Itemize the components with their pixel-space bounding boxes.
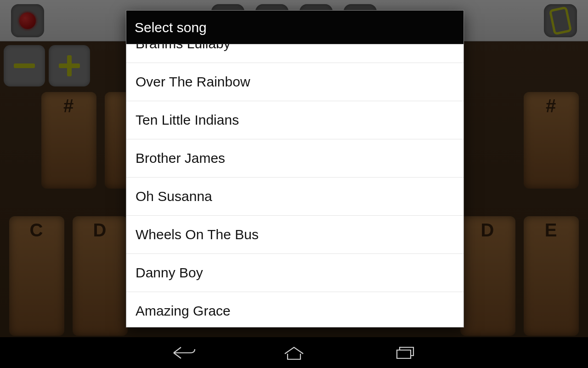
android-nav-bar	[0, 337, 588, 368]
song-item[interactable]: Ten Little Indians	[126, 101, 464, 139]
nav-back-button[interactable]	[170, 345, 198, 361]
song-item[interactable]: Over The Rainbow	[126, 63, 464, 101]
song-item[interactable]: Brahms Lullaby	[126, 44, 464, 63]
song-item[interactable]: Danny Boy	[126, 254, 464, 292]
song-list[interactable]: Brahms Lullaby Over The Rainbow Ten Litt…	[126, 44, 464, 327]
song-item[interactable]: Brother James	[126, 139, 464, 178]
song-item[interactable]: Oh Susanna	[126, 178, 464, 216]
dialog-title: Select song	[126, 11, 464, 44]
nav-recent-button[interactable]	[390, 345, 418, 361]
nav-home-button[interactable]	[280, 345, 308, 361]
song-item[interactable]: Wheels On The Bus	[126, 216, 464, 254]
select-song-dialog: Select song Brahms Lullaby Over The Rain…	[126, 10, 464, 328]
song-item[interactable]: Amazing Grace	[126, 292, 464, 327]
